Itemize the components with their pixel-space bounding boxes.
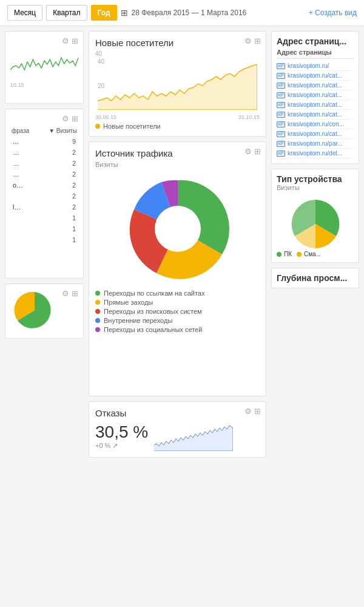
- address-subtitle: Адрес страницы: [277, 49, 354, 59]
- address-url: krasivoptom.ru/cat...: [288, 72, 342, 79]
- tab-quarter[interactable]: Квартал: [46, 5, 87, 21]
- address-url: krasivoptom.ru/cat...: [288, 131, 342, 137]
- depth-card: Глубина просм...: [271, 268, 359, 288]
- address-item[interactable]: КРkrasivoptom.ru/cat...: [277, 110, 354, 120]
- device-label: ПК: [284, 251, 292, 257]
- keyword-visits: 2: [38, 148, 77, 157]
- address-item[interactable]: КРkrasivoptom.ru/cat...: [277, 90, 354, 100]
- table-row: l…2: [12, 202, 77, 212]
- keyword-phrase: [12, 213, 36, 223]
- device-legend-item: Сма...: [297, 251, 321, 257]
- settings-icon[interactable]: ⚙: [62, 36, 69, 46]
- address-item[interactable]: КРkrasivoptom.ru/cat...: [277, 129, 354, 139]
- keyword-visits: 9: [38, 137, 77, 146]
- keyword-phrase: l…: [12, 202, 36, 212]
- grid-icon[interactable]: ⊞: [72, 114, 78, 123]
- grid-icon[interactable]: ⊞: [254, 407, 261, 416]
- table-row: 1: [12, 224, 77, 234]
- keyword-visits: 2: [38, 158, 77, 168]
- kr-icon: КР: [277, 92, 285, 98]
- device-card: Тип устройства Визиты ПКСма...: [271, 169, 359, 263]
- tab-year[interactable]: Год: [91, 5, 117, 21]
- create-view-button[interactable]: + Создать вид: [309, 8, 357, 17]
- settings-icon[interactable]: ⚙: [62, 289, 69, 298]
- x-label-2: 31.10.15: [238, 114, 260, 120]
- address-title: Адрес страниц...: [277, 36, 354, 46]
- address-item[interactable]: КРkrasivoptom.ru/del...: [277, 149, 354, 158]
- device-subtitle: Визиты: [277, 184, 354, 191]
- address-item[interactable]: КРkrasivoptom.ru/con...: [277, 120, 354, 129]
- table-row: о…2: [12, 180, 77, 190]
- address-item[interactable]: КРkrasivoptom.ru/: [277, 61, 354, 71]
- header: Месяц Квартал Год ⊞ 28 Февраля 2015 — 1 …: [0, 0, 364, 26]
- kr-icon: КР: [277, 73, 285, 79]
- visitors-legend-label: Новые посетители: [103, 123, 161, 130]
- address-url: krasivoptom.ru/con...: [288, 121, 344, 127]
- visits-col-header: ▼ Визиты: [38, 126, 77, 135]
- tab-month[interactable]: Месяц: [7, 5, 42, 21]
- legend-item: Прямые заходы: [95, 299, 260, 306]
- visitors-left-card: ⚙ ⊞ 10.15: [5, 31, 84, 104]
- legend-label: Переходы из социальных сетей: [104, 326, 202, 333]
- y-label-20-pos: 20: [98, 83, 257, 89]
- keyword-phrase: …: [12, 158, 36, 168]
- kr-icon: КР: [277, 102, 285, 108]
- table-row: 1: [12, 213, 77, 223]
- table-row: ...9: [12, 137, 77, 146]
- address-item[interactable]: КРkrasivoptom.ru/cat...: [277, 100, 354, 110]
- address-url: krasivoptom.ru/cat...: [288, 82, 342, 89]
- grid-icon[interactable]: ⊞: [72, 36, 78, 46]
- legend-dot: [95, 309, 100, 314]
- address-item[interactable]: КРkrasivoptom.ru/cat...: [277, 81, 354, 90]
- keyword-phrase: [12, 235, 36, 245]
- legend-item: Переходы из социальных сетей: [95, 326, 260, 333]
- settings-icon[interactable]: ⚙: [244, 407, 252, 416]
- x-axis-labels: 10.15: [10, 82, 78, 88]
- phrase-col-header: фраза: [12, 126, 36, 135]
- keyword-table: фраза ▼ Визиты ...9…2…2…2о…22l…2111: [10, 125, 78, 246]
- bounce-title: Отказы: [95, 408, 260, 418]
- keyword-visits: 1: [38, 235, 77, 245]
- visitors-x-labels: 30.06.15 31.10.15: [95, 114, 260, 120]
- new-visitors-title: Новые посетители: [95, 38, 260, 48]
- table-row: …2: [12, 148, 77, 157]
- legend-dot: [95, 318, 100, 323]
- legend-label: Переходы из поисковых систем: [104, 308, 202, 315]
- traffic-subtitle: Визиты: [95, 161, 260, 168]
- address-url: krasivoptom.ru/: [288, 63, 329, 69]
- kr-icon: КР: [277, 83, 285, 89]
- address-item[interactable]: КРkrasivoptom.ru/cat...: [277, 71, 354, 81]
- keyword-visits: 2: [38, 180, 77, 190]
- keyword-card: ⚙ ⊞ фраза ▼ Визиты ...9…2…2…2о…22l…2111: [5, 109, 84, 279]
- device-legend: ПКСма...: [277, 251, 354, 257]
- grid-icon[interactable]: ⊞: [254, 36, 261, 46]
- settings-icon[interactable]: ⚙: [244, 36, 252, 46]
- keyword-visits: 2: [38, 202, 77, 212]
- address-item[interactable]: КРkrasivoptom.ru/par...: [277, 139, 354, 149]
- bottom-left-card: ⚙ ⊞: [5, 283, 84, 339]
- donut-container: [95, 174, 260, 283]
- grid-icon[interactable]: ⊞: [254, 147, 261, 156]
- address-url: krasivoptom.ru/cat...: [288, 111, 342, 118]
- calendar-icon: ⊞: [121, 8, 128, 18]
- bounce-card: ⚙ ⊞ Отказы 30,5 % +0 % ↗: [89, 401, 266, 458]
- bottom-pie-partial: [10, 289, 59, 331]
- legend-item: Переходы из поисковых систем: [95, 308, 260, 315]
- keyword-visits: 2: [38, 191, 77, 201]
- bounce-change: +0 % ↗: [95, 442, 148, 450]
- donut-chart: [123, 174, 232, 283]
- svg-point-0: [155, 206, 201, 252]
- keyword-visits: 2: [38, 169, 77, 179]
- visitors-legend: Новые посетители: [95, 123, 260, 130]
- table-row: …2: [12, 169, 77, 179]
- device-label: Сма...: [304, 251, 321, 257]
- bounce-sparkline: [154, 421, 233, 451]
- settings-icon[interactable]: ⚙: [62, 114, 69, 123]
- kr-icon: КР: [277, 151, 285, 157]
- keyword-phrase: о…: [12, 180, 36, 190]
- legend-label: Переходы по ссылкам на сайтах: [104, 290, 204, 297]
- grid-icon[interactable]: ⊞: [72, 289, 78, 298]
- date-range: 28 Февраля 2015 — 1 Марта 2016: [132, 8, 247, 17]
- settings-icon[interactable]: ⚙: [244, 147, 252, 156]
- table-row: 1: [12, 235, 77, 245]
